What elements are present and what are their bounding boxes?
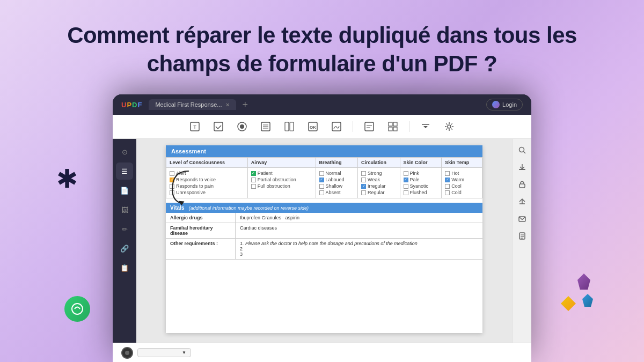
other-req-line-2: 2 [240, 246, 478, 252]
sidebar-view-icon[interactable]: ⊙ [116, 143, 133, 160]
flushed-checkbox[interactable] [404, 190, 408, 195]
warm-checkbox[interactable]: ✓ [445, 178, 450, 182]
search-icon[interactable] [515, 143, 529, 157]
normal-checkbox[interactable] [319, 171, 324, 176]
toolbar: T OK [113, 115, 531, 139]
svg-point-0 [72, 304, 83, 314]
align-tool-icon[interactable] [418, 119, 433, 134]
settings-tool-icon[interactable] [442, 119, 457, 134]
pink-checkbox[interactable] [404, 171, 408, 176]
responds-voice-item: ✓Responds to voice [170, 177, 244, 182]
weak-checkbox[interactable] [361, 178, 366, 182]
tab-title: Medical First Response... [155, 101, 222, 108]
vitals-title: Vitals [170, 205, 185, 211]
patient-checkbox[interactable]: ✓ [251, 171, 256, 176]
cool-item: Cool [445, 183, 479, 189]
svg-rect-19 [393, 122, 397, 126]
table-row: Alert ✓Responds to voice Responds to pai… [166, 168, 482, 198]
record-dot [125, 351, 129, 355]
sidebar-clip-icon[interactable]: 📋 [116, 259, 133, 276]
sidebar-edit-icon[interactable]: ☰ [116, 162, 133, 180]
hot-checkbox[interactable] [445, 171, 450, 176]
download-icon[interactable] [515, 160, 529, 174]
irregular-item: ✓Irregular [361, 183, 396, 189]
close-tab-button[interactable]: ✕ [225, 102, 230, 108]
lock-icon[interactable] [515, 178, 529, 191]
other-req-value[interactable]: 1. Please ask the doctor to help note th… [236, 239, 482, 259]
svg-point-24 [448, 125, 451, 128]
form-tool-icon[interactable] [362, 119, 377, 134]
syanotic-checkbox[interactable] [404, 184, 408, 189]
responds-pain-checkbox[interactable] [170, 184, 174, 189]
svg-line-35 [523, 152, 525, 154]
allergic-drugs-value[interactable]: Ibuprofen Granules aspirin [236, 213, 482, 223]
sidebar-link-icon[interactable]: 🔗 [116, 240, 133, 257]
alert-checkbox[interactable] [170, 171, 174, 176]
dropdown-selector[interactable]: ▼ [137, 348, 191, 357]
radio-tool-icon[interactable] [235, 119, 250, 134]
alert-item: Alert [170, 171, 244, 176]
login-button[interactable]: Login [486, 99, 523, 110]
sidebar-image-icon[interactable]: 🖼 [116, 201, 133, 218]
full-obs-item: Full obstruction [251, 183, 312, 189]
title-bar: UPDF Medical First Response... ✕ + Login [113, 94, 531, 115]
sidebar-draw-icon[interactable]: ✏ [116, 220, 133, 238]
regular-checkbox[interactable] [361, 190, 366, 195]
responds-voice-checkbox[interactable]: ✓ [170, 178, 174, 182]
svg-rect-3 [214, 122, 223, 131]
partial-obs-checkbox[interactable] [251, 178, 256, 182]
sign-tool-icon[interactable] [329, 119, 344, 134]
full-obs-checkbox[interactable] [251, 184, 256, 189]
bottom-bar: ▼ [113, 343, 531, 362]
checkbox-tool-icon[interactable] [211, 119, 226, 134]
page-title: Comment réparer le texte dupliqué dans t… [64, 21, 580, 78]
hereditary-disease-value[interactable]: Cardiac diseases [236, 223, 482, 238]
pdf-area: Assessment Level of Consciousness Airway… [136, 139, 512, 343]
col-header-circulation: Circulation [358, 158, 400, 168]
svg-rect-20 [389, 127, 392, 131]
email-icon[interactable] [515, 212, 529, 226]
green-circle-decoration [64, 296, 90, 322]
record-button[interactable] [121, 347, 133, 359]
svg-text:T: T [193, 124, 196, 130]
flushed-item: Flushed [404, 190, 438, 195]
list-tool-icon[interactable] [258, 119, 273, 134]
skin-color-cell: Pink ✓Pale Syanotic Flushed [400, 168, 442, 198]
document-tab[interactable]: Medical First Response... ✕ [149, 99, 236, 110]
app-logo: UPDF [121, 101, 142, 109]
ok-tool-icon[interactable]: OK [305, 119, 320, 134]
svg-line-32 [446, 129, 447, 130]
new-tab-button[interactable]: + [243, 99, 248, 110]
multi-list-tool-icon[interactable] [282, 119, 297, 134]
shallow-checkbox[interactable] [319, 184, 324, 189]
pink-item: Pink [404, 171, 438, 176]
strong-checkbox[interactable] [361, 171, 366, 176]
left-sidebar: ⊙ ☰ 📄 🖼 ✏ 🔗 📋 [113, 139, 136, 343]
absent-checkbox[interactable] [319, 190, 324, 195]
cool-checkbox[interactable] [445, 184, 450, 189]
text-tool-icon[interactable]: T [187, 119, 202, 134]
pale-checkbox[interactable]: ✓ [404, 178, 408, 182]
syanotic-item: Syanotic [404, 183, 438, 189]
svg-rect-11 [290, 122, 294, 131]
doc-icon[interactable] [515, 229, 529, 243]
right-sidebar [512, 139, 531, 343]
laboued-checkbox[interactable]: ✓ [319, 178, 324, 182]
irregular-checkbox[interactable]: ✓ [361, 184, 366, 189]
share-icon[interactable] [515, 195, 529, 209]
airway-cell: ✓Patient Partial obstruction Full obstru… [247, 168, 316, 198]
svg-rect-15 [365, 122, 374, 131]
svg-text:OK: OK [310, 125, 316, 130]
grid-tool-icon[interactable] [385, 119, 400, 134]
cold-checkbox[interactable] [445, 190, 450, 195]
pale-item: ✓Pale [404, 177, 438, 182]
svg-line-31 [451, 123, 452, 124]
svg-line-30 [451, 129, 452, 130]
svg-rect-10 [285, 122, 289, 131]
vitals-section: Vitals (additional information maybe rec… [166, 203, 482, 260]
asterisk-decoration: ✱ [56, 166, 78, 192]
content-area: ⊙ ☰ 📄 🖼 ✏ 🔗 📋 Assessment [113, 139, 531, 343]
sidebar-page-icon[interactable]: 📄 [116, 182, 133, 199]
unresponsive-checkbox[interactable] [170, 190, 174, 195]
other-req-line-1: 1. Please ask the doctor to help note th… [240, 241, 478, 246]
